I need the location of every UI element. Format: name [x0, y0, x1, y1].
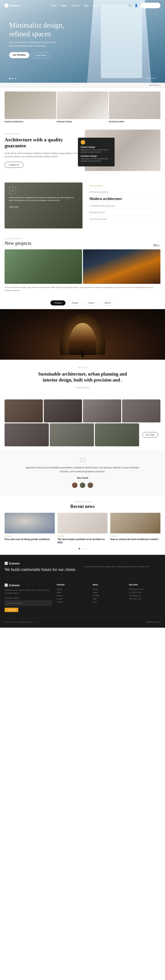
footer-link-1-4[interactable]: Stuvwx	[57, 598, 88, 600]
news-category-3: DESIGN	[110, 535, 160, 537]
footer-col-title-1: Transfer	[57, 584, 88, 586]
property-item-4[interactable]: Family home	[90, 209, 156, 216]
image-caption-3: Exclusive ideas	[109, 121, 124, 123]
contact-button[interactable]: Contact us	[141, 3, 160, 8]
projects-grid	[5, 249, 160, 284]
footer-link-2-4[interactable]: Blog	[93, 598, 124, 600]
arch-section	[0, 309, 165, 360]
property-item-5[interactable]: Vacation home	[90, 216, 156, 223]
footer-logo: Convex	[5, 562, 80, 565]
quote-mark: 22	[14, 457, 151, 463]
footer-link-2-3[interactable]: Portfolio	[93, 595, 124, 597]
interior-card-2: Furniture design Adipiscing elit, sed do…	[81, 155, 112, 162]
hero-dot-3[interactable]	[15, 78, 16, 79]
nav-links: Home Pages Portfolio Blog Shop	[50, 4, 98, 7]
footer-link-1-2[interactable]: Ghijkl	[57, 591, 88, 593]
user-icon[interactable]: 👤	[135, 4, 138, 7]
property-learn-more[interactable]: Learn more	[9, 206, 19, 208]
footer-link-2-5[interactable]: Shop	[93, 601, 124, 603]
footer-col-title-2: Menu	[93, 584, 124, 586]
news-card-3: DESIGN How to choose the best architectu…	[110, 513, 160, 544]
news-card-title-3[interactable]: How to choose the best architecture stud…	[110, 538, 160, 541]
footer-link-1-5[interactable]: Yzabcd	[57, 601, 88, 603]
property-item-3[interactable]: Commercial property	[90, 202, 156, 209]
projects-header-left: OUR PORTFOLIO New projects	[5, 238, 31, 246]
hero-buttons: Our Portfolio Learn More	[9, 52, 73, 58]
filter-tab-offices[interactable]: Offices	[101, 301, 115, 305]
footer-link-3-1[interactable]: info@convex.com	[129, 588, 160, 590]
filter-tab-teams[interactable]: Teams	[84, 301, 98, 305]
projects-header: OUR PORTFOLIO New projects More →	[5, 238, 160, 246]
team-photo-4	[122, 399, 160, 422]
news-image-3	[110, 513, 160, 533]
footer-brand-col: Convex Architecture and interior design …	[5, 584, 52, 612]
hero-learn-button[interactable]: Learn More	[31, 52, 50, 58]
interior-desc-1: Adipiscing elit, sed do eiusmod tempor i…	[81, 149, 112, 153]
filter-tab-projects[interactable]: Projects	[50, 301, 66, 305]
news-dot-3[interactable]	[85, 548, 86, 549]
avatar-3	[87, 482, 93, 488]
footer-link-3-2[interactable]: +1 234 567 890	[129, 591, 160, 593]
team-grid-row2	[5, 423, 139, 446]
footer-link-2-1[interactable]: Home	[93, 588, 124, 590]
footer-col-2: Menu Home Pages Portfolio Blog Shop	[93, 584, 124, 612]
interior-desc-2: Adipiscing elit, sed do eiusmod tempor i…	[81, 158, 112, 162]
footer: Convex We build comfortable future for o…	[0, 555, 165, 628]
hero-title: Minimalist design, refined spaces	[9, 21, 73, 38]
newsletter-button[interactable]: Subscribe	[5, 608, 18, 612]
property-tag: Private property	[90, 185, 156, 187]
nav-link-blog[interactable]: Blog	[84, 4, 88, 7]
ideas-image	[109, 91, 160, 119]
projects-title: New projects	[5, 240, 31, 246]
hero-dot-1[interactable]	[9, 78, 11, 79]
footer-link-3-4[interactable]: New York, USA	[129, 598, 160, 600]
news-dot-1[interactable]	[79, 548, 80, 549]
whyus-tag: WHY US	[9, 367, 156, 369]
filter-tab-people[interactable]: People	[68, 301, 82, 305]
news-card-2: OTHER The best modern portfolio of an ar…	[58, 513, 108, 544]
nav-link-portfolio[interactable]: Portfolio	[71, 4, 80, 7]
nav-link-shop[interactable]: Shop	[93, 4, 98, 7]
arch-inner	[69, 323, 96, 355]
team-section: Our Team	[0, 396, 165, 450]
property-list-panel: Private property Private property Modern…	[83, 183, 160, 229]
contact-button[interactable]: Contact Us	[5, 162, 24, 168]
news-title: Recent news	[5, 504, 160, 509]
newsletter-label: Newsletter Signup	[5, 597, 52, 599]
newsletter-input[interactable]	[5, 601, 52, 606]
property-list: Private property Modern architecture Com…	[90, 189, 156, 223]
news-card-title-1[interactable]: Pros and cons of hiring private architec…	[5, 538, 55, 541]
property-content: ⤢ Nemo enim ipsam voluptatem quia volupt…	[9, 187, 78, 208]
image-caption-1: Expert architecture	[5, 121, 24, 123]
news-card-1: DESIGN Pros and cons of hiring private a…	[5, 513, 55, 544]
news-category-1: DESIGN	[5, 535, 55, 537]
projects-description: Ut enim ad minima veniam, quis nostrum e…	[5, 284, 160, 292]
hero-portfolio-button[interactable]: Our Portfolio	[9, 52, 29, 58]
nav-link-pages[interactable]: Pages	[61, 4, 67, 7]
projects-more-link[interactable]: More →	[153, 243, 160, 246]
footer-link-2-2[interactable]: Pages	[93, 591, 124, 593]
search-icon[interactable]: 🔍	[128, 4, 132, 7]
news-category-2: OTHER	[58, 535, 108, 537]
nav-link-home[interactable]: Home	[50, 4, 57, 7]
news-card-title-2[interactable]: The best modern portfolio of an architec…	[58, 538, 108, 544]
avatar-1	[71, 482, 78, 488]
mission-title: Architecture with a quality guarantee	[5, 137, 80, 149]
logo-icon	[5, 4, 8, 7]
project-image-2	[83, 249, 160, 284]
property-section: ⤢ Nemo enim ipsam voluptatem quia volupt…	[0, 178, 165, 233]
footer-bottom: © 2023 Convex. All rights reserved. info…	[5, 617, 160, 623]
footer-link-1-3[interactable]: Mnopqr	[57, 595, 88, 597]
our-team-button[interactable]: Our Team	[142, 432, 158, 438]
image-strip-item-3: Exclusive ideas	[109, 91, 160, 123]
image-strip: Expert architecture Material variety Exc…	[0, 88, 165, 123]
avatar-2	[79, 482, 86, 488]
property-item-1[interactable]: Private property	[90, 189, 156, 196]
interior-card-1: Interior design Adipiscing elit, sed do …	[81, 146, 112, 153]
news-dot-2[interactable]	[82, 548, 83, 549]
footer-link-3-3[interactable]: 123 Design St	[129, 595, 160, 597]
property-item-2[interactable]: Modern architecture	[90, 196, 156, 202]
footer-copyright: © 2023 Convex. All rights reserved.	[5, 621, 33, 623]
footer-link-1-1[interactable]: Abcdef	[57, 588, 88, 590]
hero-dot-2[interactable]	[12, 78, 13, 79]
